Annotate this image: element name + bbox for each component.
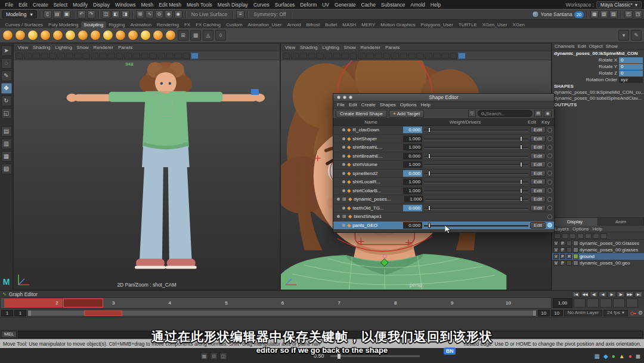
redo-button[interactable]: ↷ (87, 10, 95, 19)
window-minimize-button[interactable] (343, 96, 346, 99)
open-scene-button[interactable]: ▤ (53, 10, 61, 19)
blend-shape-row[interactable]: ⊞ ◆ pants_GEO 0.000 Edit (333, 222, 554, 230)
make-live-icon[interactable]: ◉ (174, 10, 182, 19)
transport-button[interactable]: ◀◀ (581, 291, 589, 297)
bookmark-icon[interactable]: ▤ (534, 110, 542, 117)
viewport-toolbar-icon[interactable] (400, 53, 407, 59)
layer-toolbar-icon[interactable] (593, 233, 599, 239)
row-state-icon[interactable] (342, 155, 345, 158)
slider-handle[interactable] (520, 196, 522, 202)
viewport-toolbar-icon[interactable] (149, 53, 157, 59)
snap-point-icon[interactable]: ⊙ (155, 10, 163, 19)
channel-row[interactable]: Rotate X 0 (552, 57, 644, 63)
transport-button[interactable]: |▶ (617, 291, 625, 297)
viewport-toolbar-icon[interactable] (141, 53, 148, 59)
transport-button[interactable]: |◀ (572, 291, 580, 297)
menu-item[interactable]: Edit Mesh (156, 2, 184, 8)
blend-shape-name[interactable]: shirtCollarB... (352, 188, 401, 193)
weight-slider[interactable] (424, 205, 528, 211)
slider-handle[interactable] (428, 205, 431, 211)
shelf-tab[interactable]: Curves / Surfaces (2, 21, 46, 28)
layer-row[interactable]: V P R ground (552, 253, 644, 260)
row-state-icon[interactable] (342, 180, 345, 183)
weight-slider[interactable] (424, 161, 528, 168)
animation-preferences-icon[interactable]: ⚙ (638, 310, 643, 316)
new-scene-button[interactable]: ▯ (44, 10, 52, 19)
layer-name[interactable]: ground (580, 254, 595, 259)
sidebar-toggle-icon-2[interactable]: ◳ (634, 10, 642, 19)
viewport-canvas-left[interactable]: 948 2D Pan/Zoom : shot_CAM (14, 60, 280, 290)
range-handle-left[interactable] (28, 310, 31, 316)
current-time-field[interactable]: 1.00 (553, 298, 572, 308)
weight-slider[interactable] (424, 222, 528, 229)
shape-editor-menu-item[interactable]: Create (361, 102, 376, 107)
slider-handle[interactable] (520, 144, 522, 150)
shelf-tool-icon[interactable]: ◊ (215, 30, 226, 41)
menu-item[interactable]: Generate (332, 2, 358, 8)
shelf-tab[interactable]: Polygons_User (418, 21, 456, 28)
viewport-toolbar-icon[interactable] (374, 53, 382, 59)
layer-row[interactable]: V P dynamic_poses_00:Glasses (552, 240, 644, 247)
blend-shape-name[interactable]: shirtBreathE... (352, 153, 401, 159)
channel-label[interactable]: Rotate X (599, 57, 617, 63)
viewport-menu-item[interactable]: Panels (116, 45, 134, 50)
key-indicator[interactable] (547, 205, 552, 210)
brush-strength-slider[interactable] (330, 355, 420, 357)
viewport-toolbar-icon[interactable] (425, 53, 432, 59)
menu-item[interactable]: UV (320, 2, 332, 8)
menu-item[interactable]: Surfaces (272, 2, 298, 8)
playback-start-field[interactable]: 1 (14, 310, 26, 316)
edit-button[interactable]: Edit (530, 170, 546, 177)
layer-color-swatch[interactable] (573, 247, 578, 253)
user-account-chip[interactable]: Yone Santana 20 (532, 11, 584, 18)
viewport-toolbar-icon[interactable] (16, 53, 23, 59)
time-slider-option-icon[interactable] (574, 299, 586, 307)
shelf-tab[interactable]: XGen_User (479, 21, 510, 28)
playback-range-highlight[interactable] (84, 310, 122, 316)
layer-editor-tab[interactable]: Anim (598, 218, 644, 226)
menu-item[interactable]: Windows (112, 2, 138, 8)
layer-color-swatch[interactable] (573, 254, 578, 259)
layer-display-type-toggle[interactable]: R (566, 254, 572, 259)
expand-icon[interactable]: ⊞ (342, 196, 346, 202)
render-settings-button[interactable]: ▨ (609, 10, 618, 19)
transport-button[interactable]: ▶▶ (626, 291, 634, 297)
menu-item[interactable]: Create (30, 2, 51, 8)
menu-item[interactable]: Deform (298, 2, 320, 8)
layer-toolbar-icon[interactable] (577, 233, 584, 239)
viewport-toolbar-icon[interactable] (182, 53, 190, 59)
select-tool-button[interactable]: ➤ (1, 45, 12, 56)
column-header-weight[interactable]: Weight/Drivers (406, 119, 524, 125)
blend-shape-name[interactable]: spineBend2 (352, 171, 401, 176)
shelf-tab[interactable]: Custom (223, 21, 245, 28)
edit-button[interactable]: Edit (530, 127, 546, 133)
filter-icon[interactable]: ▽ (468, 110, 476, 117)
layer-name[interactable]: dynamic_poses_00:Glasses (580, 241, 639, 246)
shelf-tab[interactable]: Animation (128, 21, 154, 28)
layer-toolbar-icon[interactable] (600, 233, 607, 239)
menu-item[interactable]: Edit (16, 2, 30, 8)
viewport-toolbar-icon[interactable] (157, 53, 165, 59)
viewport-menu-item[interactable]: View (283, 45, 297, 50)
layer-toolbar-icon[interactable] (554, 233, 561, 239)
viewport-toolbar-icon[interactable] (316, 53, 324, 59)
layer-editor-tab[interactable]: Display (552, 218, 598, 226)
sculpt-brush-icon[interactable] (165, 30, 176, 41)
menu-item[interactable]: Substance (379, 2, 408, 8)
layer-visibility-toggle[interactable]: V (553, 241, 559, 246)
menu-item[interactable]: Arnold (408, 2, 428, 8)
transport-button[interactable]: ◀| (590, 291, 598, 297)
slider-handle[interactable] (428, 153, 431, 159)
row-state-icon[interactable] (342, 189, 345, 192)
animation-end-field[interactable]: 10 (551, 310, 563, 316)
layer-playback-toggle[interactable]: P (560, 254, 565, 259)
shelf-tab[interactable]: Poly Modeling (46, 21, 81, 28)
edit-button[interactable]: Edit (530, 222, 546, 229)
weight-slider[interactable] (424, 187, 528, 194)
shelf-tool-icon[interactable]: ▦ (190, 30, 201, 41)
weight-slider[interactable] (425, 196, 528, 202)
viewport-toolbar-icon[interactable] (91, 53, 98, 59)
key-indicator[interactable] (547, 180, 552, 184)
edit-button[interactable]: Edit (530, 144, 546, 150)
layer-name[interactable]: dynamic_poses_00:geo (580, 260, 630, 266)
